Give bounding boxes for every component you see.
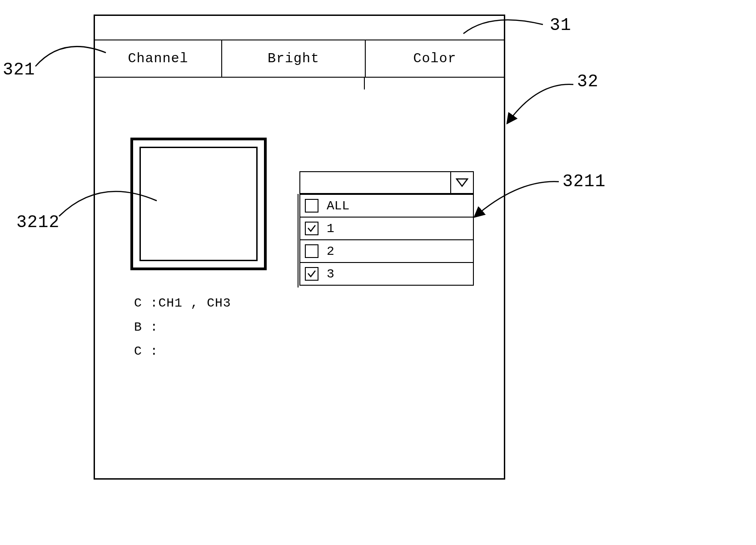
status-line-c1: C :CH1 , CH3 [134,291,231,315]
status-line-c2: C : [134,339,231,363]
ref-label-32: 32 [577,72,599,91]
dropdown-item-label: 2 [327,244,334,258]
leader-321 [35,39,108,73]
ref-label-31: 31 [550,15,572,35]
tab-bright[interactable]: Bright [222,40,366,78]
ref-label-321: 321 [3,60,35,79]
ref-label-3211: 3211 [562,172,606,191]
dropdown-item-label: 1 [327,222,334,236]
status-line-b: B : [134,315,231,339]
dropdown-item-2[interactable]: 2 [300,239,473,262]
status-lines: C :CH1 , CH3 B : C : [134,291,231,364]
dropdown-arrow-icon[interactable] [450,172,473,193]
leader-3211 [472,177,572,225]
dropdown-item-3[interactable]: 3 [300,262,473,285]
dropdown-item-all[interactable]: ALL [300,194,473,217]
dropdown-item-label: ALL [327,199,349,213]
dropdown-header[interactable] [299,171,474,194]
ref-label-3212: 3212 [16,213,60,232]
checkbox-3[interactable] [305,267,318,281]
checkbox-1[interactable] [305,222,318,235]
checkbox-all[interactable] [305,199,318,213]
tab-color[interactable]: Color [366,40,504,78]
tab-channel[interactable]: Channel [95,40,222,78]
dropdown-item-label: 3 [327,267,334,281]
channel-dropdown: ALL 1 2 3 [299,171,474,286]
dropdown-item-1[interactable]: 1 [300,217,473,239]
leader-32 [505,81,587,133]
checkbox-2[interactable] [305,244,318,258]
leader-3212 [59,181,159,224]
dropdown-list: ALL 1 2 3 [299,194,474,286]
outer-frame: Channel Bright Color ALL 1 [94,15,505,480]
tab-bar: Channel Bright Color [95,40,504,78]
